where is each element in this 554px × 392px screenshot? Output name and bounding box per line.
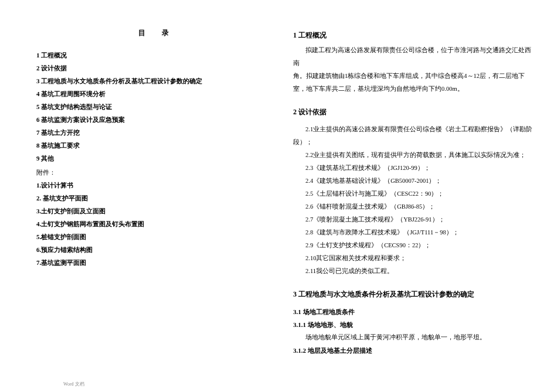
- section1-line: 拟建工程为高速公路发展有限责任公司综合楼，位于市淮河路与交通路交汇处西南: [293, 44, 533, 70]
- section3-1-1-body: 场地地貌单元区域上属于黄河冲积平原，地貌单一，地形平坦。: [293, 331, 533, 344]
- section1-heading: 1 工程概况: [293, 30, 533, 40]
- toc-item: 6 基坑监测方案设计及应急预案: [36, 113, 271, 126]
- section3-heading: 3 工程地质与水文地质条件分析及基坑工程设计参数的确定: [293, 289, 533, 299]
- toc-item: 1 工程概况: [36, 49, 271, 62]
- section3-1-1-heading: 3.1.1 场地地形、地貌: [293, 318, 533, 331]
- section2-item: 2.11我公司已完成的类似工程。: [293, 265, 533, 278]
- section2-item: 2.5《土层锚杆设计与施工规》（CESC22：90）；: [293, 188, 533, 200]
- toc-item: 8 基坑施工要求: [36, 139, 271, 152]
- section2-item: 2.10其它国家相关技术规程和要求；: [293, 252, 533, 265]
- section2-item: 2.7《喷射混凝土施工技术规程》（YBJ226-91）；: [293, 213, 533, 226]
- left-column: 目 录 1 工程概况 2 设计依据 3 工程地质与水文地质条件分析及基坑工程设计…: [36, 28, 271, 374]
- document-sheet: 目 录 1 工程概况 2 设计依据 3 工程地质与水文地质条件分析及基坑工程设计…: [0, 0, 554, 392]
- toc-item: 4 基坑工程周围环境分析: [36, 87, 271, 100]
- toc-title: 目 录: [36, 28, 271, 38]
- section2-item: 2.9《土钉支护技术规程》（CECS90：22）；: [293, 239, 533, 252]
- section2-item: 2.3《建筑基坑工程技术规》（JGJ120-99）；: [293, 162, 533, 175]
- toc-item: 3 工程地质与水文地质条件分析及基坑工程设计参数的确定: [36, 74, 271, 87]
- attachment-item: 4.土钉支护钢筋网布置图及钉头布置图: [36, 217, 271, 230]
- attachment-item: 5.桩锚支护剖面图: [36, 230, 271, 243]
- section2-heading: 2 设计依据: [293, 107, 533, 117]
- toc-title-char2: 录: [162, 28, 169, 38]
- attachment-item: 3.土钉支护剖面及立面图: [36, 204, 271, 217]
- attachments-header: 附件：: [36, 166, 271, 179]
- section3-1-heading: 3.1 场地工程地质条件: [293, 305, 533, 318]
- section1-line: 角。拟建建筑物由1栋综合楼和地下车库组成，其中综合楼高4～12层，有二层地下: [293, 70, 533, 83]
- right-column: 1 工程概况 拟建工程为高速公路发展有限责任公司综合楼，位于市淮河路与交通路交汇…: [293, 28, 533, 374]
- section1-line: 室，地下车库共二层，基坑埋深均为自然地坪向下约0.00m。: [293, 83, 533, 96]
- attachment-item: 7.基坑监测平面图: [36, 256, 271, 269]
- section2-item: 2.8《建筑与市政降水工程技术规》（JGJ/T111－98）；: [293, 226, 533, 239]
- page-footer: Word 文档: [63, 381, 84, 387]
- toc-item: 5 基坑支护结构选型与论证: [36, 100, 271, 113]
- toc-item: 2 设计依据: [36, 62, 271, 74]
- toc-item: 9 其他: [36, 152, 271, 165]
- section2-item: 2.6《锚杆喷射混凝土技术规》（GBJ86-85）；: [293, 200, 533, 213]
- section2-item: 2.4《建筑地基基础设计规》（GB50007-2001）；: [293, 175, 533, 188]
- attachment-item: 2. 基坑支护平面图: [36, 192, 271, 204]
- section2-item: 2.2业主提供有关图纸，现有提供甲方的荷载数据，具体施工以实际情况为准；: [293, 149, 533, 162]
- toc-item: 7 基坑土方开挖: [36, 126, 271, 139]
- toc-title-char1: 目: [138, 28, 145, 38]
- section3-1-2-heading: 3.1.2 地层及地基土分层描述: [293, 344, 533, 357]
- section2-item: 2.1业主提供的高速公路发展有限责任公司综合楼《岩土工程勘察报告》（详勘阶段）；: [293, 123, 533, 149]
- attachment-item: 1.设计计算书: [36, 179, 271, 192]
- attachment-item: 6.预应力锚索结构图: [36, 243, 271, 256]
